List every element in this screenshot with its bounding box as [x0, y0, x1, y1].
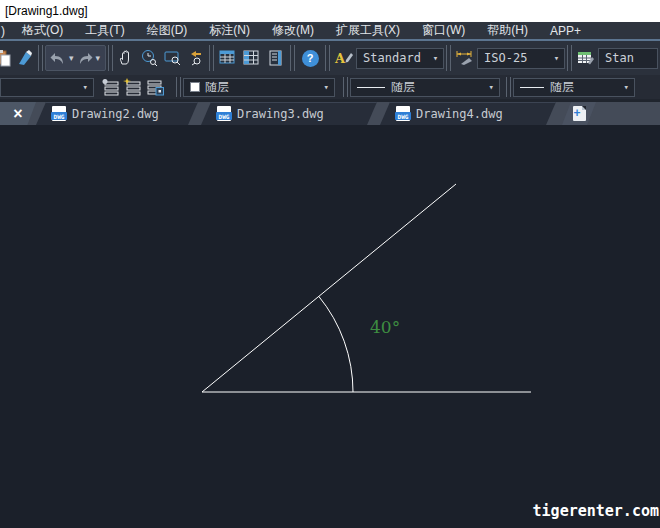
layer-properties-button[interactable] [100, 77, 122, 97]
drawing-tab-bar: × DWG Drawing2.dwg DWG Drawing3.dwg DWG … [0, 99, 660, 125]
blocks-grid-button[interactable] [240, 45, 264, 71]
tab-drawing2[interactable]: DWG Drawing2.dwg [36, 102, 198, 125]
blocks-grid-icon [243, 50, 261, 66]
paste-icon [0, 49, 12, 67]
layers-toolbar: ▾ 随层 ▾ 随层 ▾ [0, 75, 660, 99]
lineweight-combo[interactable]: 随层 ▾ [513, 78, 635, 97]
undo-button[interactable] [49, 45, 67, 71]
tab-drawing4[interactable]: DWG Drawing4.dwg [380, 102, 556, 125]
toolbar-separator [290, 45, 295, 71]
sheet-list-button[interactable] [264, 45, 288, 71]
text-style-combo[interactable]: Standard ▾ [356, 48, 444, 69]
zoom-previous-button[interactable] [185, 45, 207, 71]
window-title: [Drawing1.dwg] [5, 4, 88, 18]
undo-icon [50, 52, 66, 65]
dropdown-caret-icon: ▾ [431, 54, 440, 63]
title-bar: [Drawing1.dwg] [0, 0, 660, 22]
toolbar-separator [446, 45, 451, 71]
new-drawing-page-icon: + [573, 106, 586, 121]
new-drawing-button[interactable]: + [562, 102, 596, 125]
layer-properties-icon [101, 78, 121, 96]
menu-item-draw[interactable]: 绘图(D) [136, 22, 199, 39]
toolbar-separator [567, 45, 572, 71]
dwg-file-icon: DWG [52, 106, 66, 121]
undo-dropdown-caret-icon[interactable]: ▾ [67, 54, 76, 63]
dim-style-icon [455, 50, 475, 66]
pan-hand-icon [118, 50, 134, 66]
toolbar-separator [38, 45, 43, 71]
dropdown-caret-icon: ▾ [322, 83, 331, 92]
color-swatch [190, 82, 200, 92]
menu-item-modify[interactable]: 修改(M) [261, 22, 325, 39]
table-style-icon [577, 50, 595, 66]
tab-label: Drawing2.dwg [72, 107, 159, 121]
tab-drawing3[interactable]: DWG Drawing3.dwg [201, 102, 377, 125]
menu-item-app-plus[interactable]: APP+ [539, 24, 592, 38]
help-icon: ? [302, 50, 319, 67]
svg-text:A: A [334, 51, 346, 66]
menu-item-partial[interactable]: ) [0, 24, 11, 38]
table-window-icon [219, 50, 237, 66]
text-style-button[interactable]: A [332, 45, 356, 71]
color-value: 随层 [205, 79, 229, 96]
table-style-button[interactable] [574, 45, 598, 71]
zoom-previous-icon [188, 50, 204, 66]
dim-style-button[interactable] [453, 45, 477, 71]
angle-dimension-label: 40° [370, 317, 400, 337]
tab-label: Drawing3.dwg [237, 107, 324, 121]
dwg-file-icon: DWG [217, 106, 231, 121]
linetype-sample-icon [357, 87, 385, 88]
linetype-combo[interactable]: 随层 ▾ [350, 78, 500, 97]
menu-item-express-tools[interactable]: 扩展工具(X) [325, 22, 411, 39]
dropdown-caret-icon: ▾ [487, 83, 496, 92]
text-style-value: Standard [363, 51, 421, 65]
zoom-window-button[interactable] [161, 45, 185, 71]
layer-filter-combo[interactable]: ▾ [0, 78, 94, 97]
dropdown-caret-icon: ▾ [552, 54, 561, 63]
dwg-badge: DWG [51, 112, 67, 120]
color-combo[interactable]: 随层 ▾ [183, 78, 335, 97]
plus-icon: + [574, 107, 581, 119]
close-drawing-button[interactable]: × [0, 102, 36, 125]
lineweight-sample-icon [520, 87, 544, 88]
drawing-canvas[interactable]: 40° tigerenter.com [0, 127, 660, 528]
close-icon: × [13, 105, 22, 123]
page-fold-icon [582, 106, 586, 110]
toolbar-separator [506, 77, 511, 97]
angle-arc [319, 296, 353, 392]
zoom-realtime-button[interactable] [137, 45, 161, 71]
table-style-combo[interactable]: Stan [598, 48, 658, 69]
tab-label: Drawing4.dwg [416, 107, 503, 121]
help-button[interactable]: ? [297, 45, 323, 71]
layer-states-icon [145, 78, 165, 96]
lineweight-value: 随层 [550, 79, 574, 96]
angle-ray-line [202, 184, 456, 392]
dim-style-combo[interactable]: ISO-25 ▾ [477, 48, 565, 69]
menu-item-format[interactable]: 格式(O) [11, 22, 74, 39]
menu-item-window[interactable]: 窗口(W) [411, 22, 476, 39]
dwg-badge: DWG [216, 112, 232, 120]
menu-item-dimension[interactable]: 标注(N) [198, 22, 261, 39]
text-style-icon: A [334, 50, 354, 66]
undo-redo-group: ▾ ▾ [45, 45, 106, 71]
angle-drawing [0, 127, 660, 528]
toolbar-separator [209, 45, 214, 71]
redo-button[interactable] [76, 45, 94, 71]
menu-bar: ) 格式(O) 工具(T) 绘图(D) 标注(N) 修改(M) 扩展工具(X) … [0, 22, 660, 41]
format-painter-button[interactable] [14, 45, 36, 71]
layer-states-button[interactable] [144, 77, 166, 97]
paste-button[interactable] [0, 45, 14, 71]
dwg-badge: DWG [395, 112, 411, 120]
drawing-tab-strip: × DWG Drawing2.dwg DWG Drawing3.dwg DWG … [0, 102, 660, 125]
menu-item-help[interactable]: 帮助(H) [476, 22, 539, 39]
dwg-file-icon: DWG [396, 106, 410, 121]
redo-icon [77, 52, 93, 65]
zoom-realtime-icon [140, 49, 158, 67]
sheet-list-icon [268, 50, 284, 66]
new-layer-button[interactable] [122, 77, 144, 97]
redo-dropdown-caret-icon[interactable]: ▾ [94, 54, 103, 63]
dim-style-value: ISO-25 [484, 51, 527, 65]
menu-item-tools[interactable]: 工具(T) [74, 22, 135, 39]
table-window-button[interactable] [216, 45, 240, 71]
pan-button[interactable] [115, 45, 137, 71]
